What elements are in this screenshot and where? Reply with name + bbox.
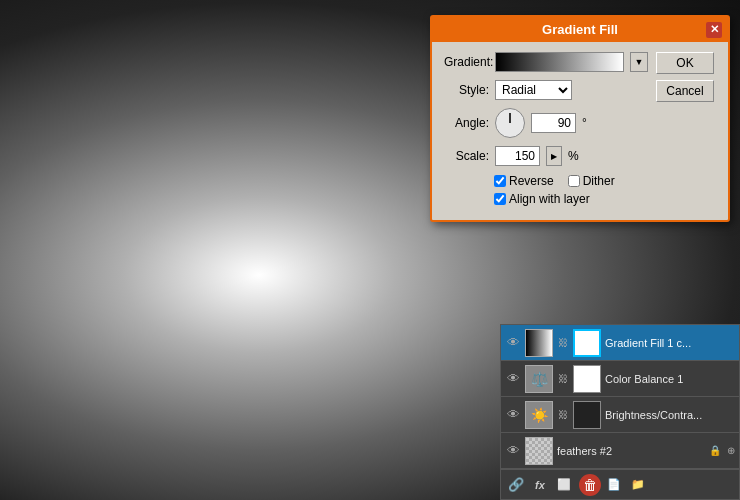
- align-checkbox-item: Align with layer: [494, 192, 590, 206]
- layer-visibility-eye-4[interactable]: 👁: [505, 443, 521, 459]
- layer-visibility-eye[interactable]: 👁: [505, 335, 521, 351]
- angle-unit: °: [582, 116, 587, 130]
- layer-badge: ⊕: [727, 445, 735, 456]
- link-layers-button[interactable]: 🔗: [505, 474, 527, 496]
- dialog-left-section: Gradient: ▼ Style: Radial Linear Angle R…: [444, 52, 648, 210]
- dialog-right-section: OK Cancel: [656, 52, 716, 210]
- layers-panel: 👁 ⛓ Gradient Fill 1 c... 👁 ⚖️ ⛓ Color Ba…: [500, 324, 740, 500]
- ok-button[interactable]: OK: [656, 52, 714, 74]
- new-group-button[interactable]: 📁: [627, 474, 649, 496]
- fx-button[interactable]: fx: [529, 474, 551, 496]
- layer-thumb-gradient: [525, 329, 553, 357]
- gradient-dropdown-arrow[interactable]: ▼: [630, 52, 648, 72]
- layer-name-color-balance: Color Balance 1: [605, 373, 735, 385]
- dither-checkbox-item: Dither: [568, 174, 615, 188]
- scale-row: Scale: 150 ▶ %: [444, 146, 648, 166]
- align-checkbox[interactable]: [494, 193, 506, 205]
- layer-row-feathers[interactable]: 👁 feathers #2 🔒 ⊕: [501, 433, 739, 469]
- reverse-label: Reverse: [509, 174, 554, 188]
- gradient-label: Gradient:: [444, 55, 489, 69]
- add-mask-button[interactable]: ⬜: [553, 474, 575, 496]
- style-select[interactable]: Radial Linear Angle Reflected Diamond: [495, 80, 572, 100]
- layer-chain-icon-3[interactable]: ⛓: [557, 407, 569, 423]
- layer-row-color-balance[interactable]: 👁 ⚖️ ⛓ Color Balance 1: [501, 361, 739, 397]
- scale-input[interactable]: 150: [495, 146, 540, 166]
- layer-lock-icon: 🔒: [707, 443, 723, 459]
- layer-thumb-colorbalance: ⚖️: [525, 365, 553, 393]
- dialog-body: Gradient: ▼ Style: Radial Linear Angle R…: [432, 42, 728, 220]
- gradient-preview[interactable]: [495, 52, 624, 72]
- layer-name-gradient-fill: Gradient Fill 1 c...: [605, 337, 735, 349]
- layer-visibility-eye-2[interactable]: 👁: [505, 371, 521, 387]
- reverse-checkbox-item: Reverse: [494, 174, 554, 188]
- scale-label: Scale:: [444, 149, 489, 163]
- angle-label: Angle:: [444, 116, 489, 130]
- scale-unit: %: [568, 149, 579, 163]
- angle-knob[interactable]: [495, 108, 525, 138]
- layer-mask-thumbnail: [573, 329, 601, 357]
- layer-mask-thumbnail-2: [573, 365, 601, 393]
- align-label: Align with layer: [509, 192, 590, 206]
- gradient-row: Gradient: ▼: [444, 52, 648, 72]
- layer-row-gradient-fill[interactable]: 👁 ⛓ Gradient Fill 1 c...: [501, 325, 739, 361]
- style-row: Style: Radial Linear Angle Reflected Dia…: [444, 80, 648, 100]
- layer-chain-icon[interactable]: ⛓: [557, 335, 569, 351]
- layer-name-feathers: feathers #2: [557, 445, 703, 457]
- dialog-titlebar: Gradient Fill ✕: [432, 17, 728, 42]
- new-layer-button[interactable]: 📄: [603, 474, 625, 496]
- angle-row: Angle: 90 °: [444, 108, 648, 138]
- dialog-title: Gradient Fill: [542, 22, 618, 37]
- angle-input[interactable]: 90: [531, 113, 576, 133]
- gradient-fill-dialog: Gradient Fill ✕ Gradient: ▼ Style: Radia…: [430, 15, 730, 222]
- checkbox-row-1: Reverse Dither: [444, 174, 648, 188]
- reverse-checkbox[interactable]: [494, 175, 506, 187]
- dither-checkbox[interactable]: [568, 175, 580, 187]
- dither-label: Dither: [583, 174, 615, 188]
- checkbox-row-2: Align with layer: [444, 192, 648, 206]
- dialog-close-button[interactable]: ✕: [706, 22, 722, 38]
- delete-layer-button[interactable]: 🗑: [579, 474, 601, 496]
- layer-chain-icon-2[interactable]: ⛓: [557, 371, 569, 387]
- layer-name-brightness: Brightness/Contra...: [605, 409, 735, 421]
- layer-mask-thumbnail-3: [573, 401, 601, 429]
- layer-thumb-brightness: ☀️: [525, 401, 553, 429]
- cancel-button[interactable]: Cancel: [656, 80, 714, 102]
- scale-stepper[interactable]: ▶: [546, 146, 562, 166]
- layer-visibility-eye-3[interactable]: 👁: [505, 407, 521, 423]
- style-label: Style:: [444, 83, 489, 97]
- layers-toolbar: 🔗 fx ⬜ 🗑 📄 📁: [501, 469, 739, 499]
- layer-thumb-feathers: [525, 437, 553, 465]
- close-icon: ✕: [710, 23, 719, 36]
- layer-row-brightness[interactable]: 👁 ☀️ ⛓ Brightness/Contra...: [501, 397, 739, 433]
